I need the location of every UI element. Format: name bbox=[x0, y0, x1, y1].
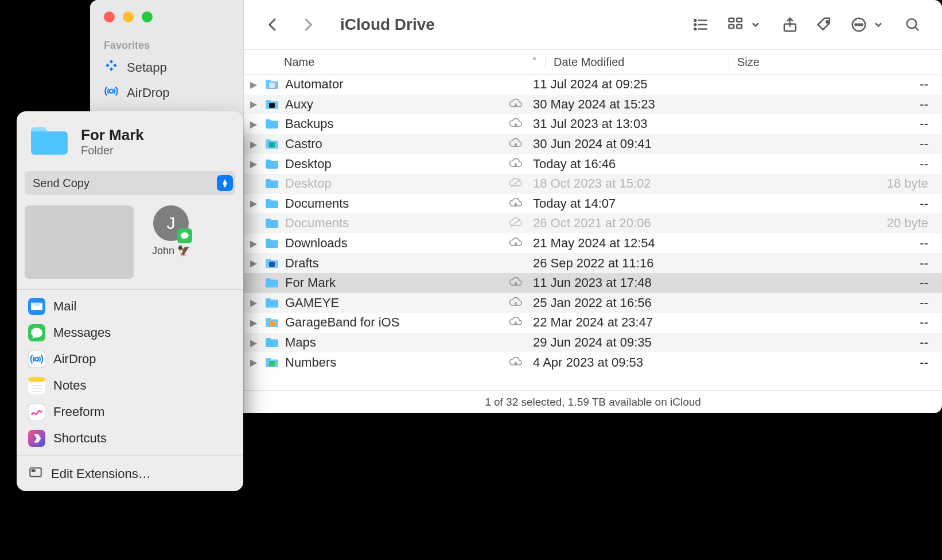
item-date: 4 Apr 2023 at 09:53 bbox=[533, 355, 717, 370]
list-row[interactable]: ▶GAMEYE25 Jan 2022 at 16:56-- bbox=[244, 293, 942, 313]
close-button[interactable] bbox=[104, 11, 115, 22]
contact-name: John 🦅 bbox=[145, 244, 197, 257]
window-title: iCloud Drive bbox=[340, 15, 435, 34]
sidebar-item-setapp[interactable]: Setapp bbox=[90, 55, 243, 80]
cloud-status-icon[interactable] bbox=[499, 138, 533, 150]
list-row[interactable]: ▶Auxy30 May 2024 at 15:23-- bbox=[244, 95, 942, 115]
svg-rect-24 bbox=[269, 262, 275, 267]
list-row[interactable]: ▶Castro30 Jun 2024 at 09:41-- bbox=[244, 134, 942, 154]
disclosure-triangle-icon[interactable]: ▶ bbox=[244, 99, 263, 110]
list-row[interactable]: ▶Drafts26 Sep 2022 at 11:16-- bbox=[244, 253, 942, 273]
column-size[interactable]: Size bbox=[729, 56, 942, 69]
cloud-status-icon[interactable] bbox=[499, 317, 533, 328]
cloud-status-icon[interactable] bbox=[499, 158, 533, 170]
share-app-notes[interactable]: Notes bbox=[17, 372, 243, 399]
disclosure-triangle-icon[interactable]: ▶ bbox=[244, 158, 263, 169]
divider bbox=[17, 289, 243, 290]
cloud-status-icon[interactable] bbox=[499, 118, 533, 130]
list-row[interactable]: For Mark11 Jun 2023 at 17:48-- bbox=[244, 273, 942, 293]
list-row[interactable]: ▶Maps29 Jun 2024 at 09:35-- bbox=[244, 333, 942, 353]
item-icon bbox=[263, 238, 281, 249]
disclosure-triangle-icon[interactable]: ▶ bbox=[244, 258, 263, 269]
item-date: 26 Oct 2021 at 20:06 bbox=[533, 216, 717, 231]
view-list-button[interactable] bbox=[693, 16, 710, 33]
disclosure-triangle-icon[interactable]: ▶ bbox=[244, 198, 263, 209]
list-row[interactable]: ▶Numbers4 Apr 2023 at 09:53-- bbox=[244, 352, 942, 372]
item-date: 30 Jun 2024 at 09:41 bbox=[533, 137, 717, 151]
svg-point-0 bbox=[110, 90, 114, 94]
folder-icon bbox=[28, 124, 71, 160]
share-app-label: Mail bbox=[53, 299, 76, 314]
column-name[interactable]: Name ˄ bbox=[244, 56, 545, 69]
share-app-airdrop[interactable]: AirDrop bbox=[17, 346, 243, 372]
svg-point-4 bbox=[694, 20, 696, 21]
item-icon bbox=[263, 297, 281, 309]
share-preview-thumbnail[interactable] bbox=[25, 205, 134, 279]
cloud-status-icon[interactable] bbox=[499, 99, 533, 110]
item-size: -- bbox=[717, 97, 942, 112]
item-icon bbox=[263, 138, 281, 150]
cloud-status-icon[interactable] bbox=[499, 217, 533, 229]
sidebar-item-airdrop[interactable]: AirDrop bbox=[90, 80, 243, 106]
edit-extensions-button[interactable]: Edit Extensions… bbox=[17, 459, 243, 485]
svg-point-6 bbox=[694, 28, 696, 30]
list-row[interactable]: ▶Downloads21 May 2024 at 12:54-- bbox=[244, 234, 942, 254]
cloud-status-icon[interactable] bbox=[499, 357, 533, 368]
item-size: -- bbox=[717, 295, 942, 310]
item-size: -- bbox=[717, 137, 942, 151]
item-icon bbox=[263, 217, 281, 229]
tags-button[interactable] bbox=[816, 16, 833, 33]
list-row[interactable]: ▶Backups31 Jul 2023 at 13:03-- bbox=[244, 114, 942, 134]
file-list[interactable]: ▶Automator11 Jul 2024 at 09:25--▶Auxy30 … bbox=[244, 75, 942, 390]
disclosure-triangle-icon[interactable]: ▶ bbox=[244, 238, 263, 249]
group-button[interactable] bbox=[727, 16, 764, 33]
list-row[interactable]: ▶DesktopToday at 16:46-- bbox=[244, 154, 942, 174]
cloud-status-icon[interactable] bbox=[499, 198, 533, 209]
item-name: Numbers bbox=[281, 355, 499, 370]
cloud-status-icon[interactable] bbox=[499, 277, 533, 289]
share-mode-select[interactable]: Send Copy ▲▼ bbox=[25, 171, 235, 195]
window-controls bbox=[90, 11, 243, 36]
svg-point-16 bbox=[861, 24, 863, 26]
item-date: 11 Jul 2024 at 09:25 bbox=[533, 77, 717, 92]
notes-icon bbox=[28, 377, 45, 394]
list-row[interactable]: ▶Automator11 Jul 2024 at 09:25-- bbox=[244, 75, 942, 95]
column-date[interactable]: Date Modified bbox=[545, 56, 729, 69]
disclosure-triangle-icon[interactable]: ▶ bbox=[244, 139, 263, 150]
list-row[interactable]: Desktop18 Oct 2023 at 15:0218 byte bbox=[244, 174, 942, 194]
cloud-status-icon[interactable] bbox=[499, 238, 533, 249]
item-name: Downloads bbox=[281, 236, 499, 251]
cloud-status-icon[interactable] bbox=[499, 297, 533, 309]
share-app-freeform[interactable]: Freeform bbox=[17, 399, 243, 425]
disclosure-triangle-icon[interactable]: ▶ bbox=[244, 79, 263, 90]
minimize-button[interactable] bbox=[123, 11, 134, 22]
share-sheet: For Mark Folder Send Copy ▲▼ J John 🦅 Ma… bbox=[17, 111, 243, 491]
item-date: 25 Jan 2022 at 16:56 bbox=[533, 295, 717, 310]
share-contact[interactable]: J John 🦅 bbox=[145, 205, 197, 279]
action-menu-button[interactable] bbox=[850, 16, 887, 33]
disclosure-triangle-icon[interactable]: ▶ bbox=[244, 297, 263, 308]
item-name: Backups bbox=[281, 116, 499, 131]
extensions-icon bbox=[28, 465, 43, 483]
disclosure-triangle-icon[interactable]: ▶ bbox=[244, 317, 263, 328]
share-button[interactable] bbox=[781, 16, 799, 33]
disclosure-triangle-icon[interactable]: ▶ bbox=[244, 119, 263, 130]
item-name: Castro bbox=[281, 137, 499, 151]
zoom-button[interactable] bbox=[142, 11, 153, 22]
list-row[interactable]: Documents26 Oct 2021 at 20:0620 byte bbox=[244, 213, 942, 234]
disclosure-triangle-icon[interactable]: ▶ bbox=[244, 337, 263, 348]
item-name: Documents bbox=[281, 196, 499, 211]
edit-extensions-label: Edit Extensions… bbox=[51, 466, 151, 481]
forward-button[interactable] bbox=[299, 16, 316, 33]
list-row[interactable]: ▶DocumentsToday at 14:07-- bbox=[244, 194, 942, 214]
back-button[interactable] bbox=[264, 16, 282, 33]
item-size: -- bbox=[717, 315, 942, 330]
item-icon bbox=[263, 277, 281, 289]
search-button[interactable] bbox=[904, 16, 921, 33]
cloud-status-icon[interactable] bbox=[499, 178, 533, 189]
disclosure-triangle-icon[interactable]: ▶ bbox=[244, 357, 263, 368]
share-app-messages[interactable]: Messages bbox=[17, 320, 243, 346]
list-row[interactable]: ▶GarageBand for iOS22 Mar 2024 at 23:47-… bbox=[244, 313, 942, 333]
share-app-mail[interactable]: Mail bbox=[17, 293, 243, 320]
share-app-shortcuts[interactable]: Shortcuts bbox=[17, 425, 243, 452]
